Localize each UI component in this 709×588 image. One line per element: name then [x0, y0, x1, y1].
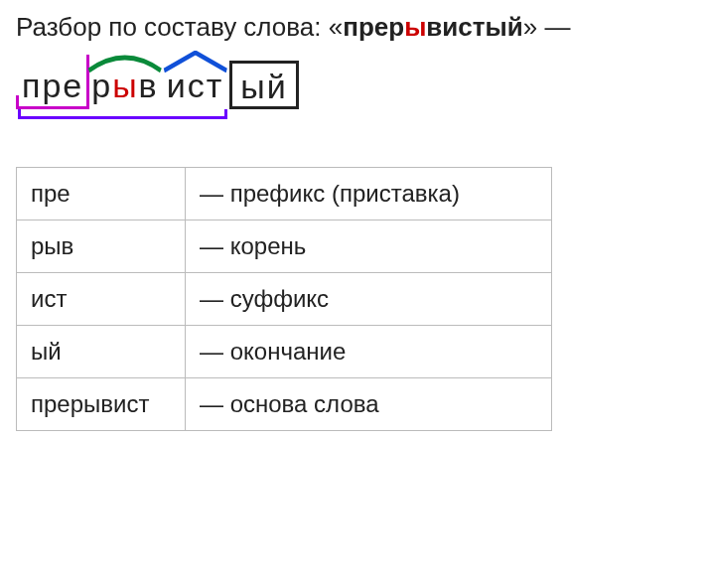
morpheme-suffix: ист [163, 61, 228, 109]
morph-cell: ый [17, 326, 186, 378]
morph-cell: ист [17, 273, 186, 326]
morpheme-table: пре — префикс (приставка) рыв — корень и… [16, 167, 552, 431]
morph-cell: прерывист [17, 378, 186, 431]
analysis-title: Разбор по составу слова: «прерывистый» — [16, 12, 693, 43]
desc-cell: — окончание [186, 326, 552, 378]
desc-cell: — корень [186, 220, 552, 273]
table-row: рыв — корень [17, 220, 552, 273]
title-suffix: » — [523, 12, 571, 42]
morph-cell: рыв [17, 220, 186, 273]
stem-underline-icon [18, 109, 227, 119]
morph-cell: пре [17, 168, 186, 220]
prefix-text: пре [22, 67, 83, 104]
title-prefix: Разбор по составу слова: « [16, 12, 343, 42]
title-word-stress: ы [404, 12, 426, 42]
table-row: пре — префикс (приставка) [17, 168, 552, 220]
morpheme-root: рыв [87, 61, 162, 109]
desc-cell: — основа слова [186, 378, 552, 431]
table-row: прерывист — основа слова [17, 378, 552, 431]
desc-cell: — суффикс [186, 273, 552, 326]
table-row: ый — окончание [17, 326, 552, 378]
title-word-part1: прер [343, 12, 404, 42]
suffix-roof-icon [163, 51, 228, 73]
ending-text: ый [240, 68, 287, 105]
morpheme-diagram: пре рыв ист ый [18, 61, 299, 109]
root-arc-icon [87, 51, 162, 73]
morpheme-prefix: пре [18, 61, 87, 109]
morpheme-ending: ый [229, 61, 298, 109]
stem-wrapper: пре рыв ист [18, 61, 227, 109]
table-row: ист — суффикс [17, 273, 552, 326]
title-word-part2: вистый [426, 12, 522, 42]
desc-cell: — префикс (приставка) [186, 168, 552, 220]
